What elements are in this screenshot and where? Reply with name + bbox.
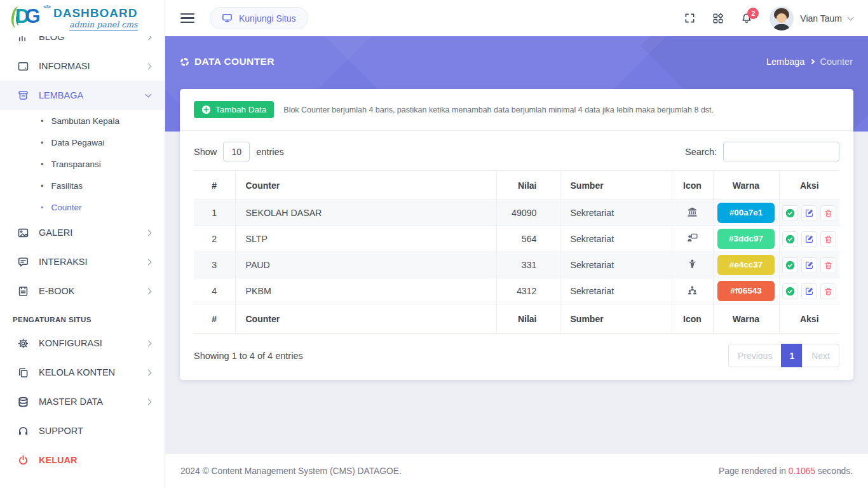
counter-value: 564 (496, 226, 560, 252)
breadcrumb: Lembaga Counter (766, 57, 853, 67)
edit-button[interactable] (801, 205, 817, 221)
color-badge[interactable]: #00a7e1 (717, 203, 775, 223)
approve-button[interactable] (782, 231, 798, 247)
page-length-select[interactable]: 10 (223, 142, 250, 161)
sidebar-item-lembaga[interactable]: LEMBAGA (0, 81, 165, 110)
edit-button[interactable] (801, 257, 817, 273)
header-counter[interactable]: Counter (235, 171, 496, 200)
sidebar-item-interaksi[interactable]: INTERAKSI (0, 247, 165, 276)
submenu-item-counter[interactable]: Counter (0, 196, 165, 218)
counter-value: 49090 (496, 200, 560, 226)
search-label: Search: (685, 147, 717, 157)
render-info: Page rendered in 0.1065 seconds. (719, 466, 853, 476)
pagination-previous[interactable]: Previous (728, 344, 782, 367)
color-badge[interactable]: #f06543 (717, 281, 775, 301)
delete-button[interactable] (820, 257, 836, 273)
chalkboard-teacher-icon (672, 226, 713, 252)
brand-name: DASHBOARD (53, 6, 138, 20)
apps-grid-icon[interactable] (712, 13, 724, 24)
delete-button[interactable] (820, 205, 836, 221)
sidebar-item-master-data[interactable]: MASTER DATA (0, 387, 165, 416)
users-group-icon (672, 278, 713, 304)
sidebar-nav: BLOG INFORMASI LEMBAGA Sambutan Kepala D… (0, 22, 165, 488)
visit-site-label: Kunjungi Situs (239, 13, 296, 24)
menu-toggle-icon[interactable] (180, 10, 194, 25)
submenu-item-data-pegawai[interactable]: Data Pegawai (0, 132, 165, 153)
sidebar-item-label: MASTER DATA (39, 396, 103, 407)
submenu-label: Sambutan Kepala (51, 116, 119, 126)
edit-button[interactable] (801, 231, 817, 247)
sidebar-item-informasi[interactable]: INFORMASI (0, 51, 165, 81)
sidebar-item-konfigurasi[interactable]: KONFIGURASI (0, 329, 165, 358)
row-number: 3 (194, 252, 235, 278)
fullscreen-icon[interactable] (684, 13, 695, 24)
chevron-right-icon (810, 59, 815, 64)
table-row: 3 PAUD 331 Sekretariat #e4cc37 (194, 252, 839, 278)
header-nilai[interactable]: Nilai (496, 171, 560, 200)
card-icon (17, 60, 29, 72)
submenu-label: Fasilitas (51, 181, 83, 191)
search-input[interactable] (723, 142, 839, 161)
child-icon (672, 252, 713, 278)
color-badge[interactable]: #e4cc37 (717, 255, 775, 275)
user-menu[interactable]: Vian Taum (770, 6, 853, 30)
header-warna[interactable]: Warna (713, 171, 779, 200)
brand-logo[interactable]: DG </> DASHBOARD admin panel cms (0, 0, 165, 36)
avatar (770, 6, 794, 30)
show-label: Show (194, 147, 217, 157)
power-icon (17, 454, 29, 466)
counter-name: PAUD (235, 252, 496, 278)
chat-icon (17, 256, 29, 268)
chevron-right-icon (146, 63, 152, 69)
sidebar-item-kelola-konten[interactable]: KELOLA KONTEN (0, 358, 165, 387)
counter-note: Blok Counter berjumlah 4 baris, pastikan… (283, 105, 714, 114)
chevron-down-icon (146, 92, 152, 98)
counter-name: PKBM (235, 278, 496, 304)
header-sumber[interactable]: Sumber (560, 171, 672, 200)
pagination-page-1[interactable]: 1 (781, 344, 803, 367)
table-row: 1 SEKOLAH DASAR 49090 Sekretariat #00a7e… (194, 200, 839, 226)
notifications-bell-icon[interactable]: 2 (741, 13, 752, 24)
chevron-right-icon (146, 340, 152, 346)
submenu-item-fasilitas[interactable]: Fasilitas (0, 175, 165, 196)
counter-name: SEKOLAH DASAR (235, 200, 496, 226)
submenu-label: Data Pegawai (51, 138, 105, 147)
entries-label: entries (256, 147, 284, 157)
sidebar-item-label: LEMBAGA (39, 90, 83, 100)
sidebar-section-label: PENGATURAN SITUS (0, 306, 165, 329)
table-row: 2 SLTP 564 Sekretariat #3ddc97 (194, 226, 839, 252)
submenu-item-sambutan-kepala[interactable]: Sambutan Kepala (0, 110, 165, 132)
visit-site-button[interactable]: Kunjungi Situs (210, 7, 308, 29)
submenu-item-transparansi[interactable]: Transparansi (0, 153, 165, 175)
counter-source: Sekretariat (560, 200, 672, 226)
delete-button[interactable] (820, 231, 836, 247)
chevron-down-icon (848, 14, 854, 20)
sidebar-item-keluar[interactable]: KELUAR (0, 445, 165, 475)
pagination-next[interactable]: Next (802, 344, 839, 367)
sidebar-item-label: E-BOOK (39, 286, 74, 296)
chevron-right-icon (146, 288, 152, 294)
delete-button[interactable] (820, 283, 836, 299)
notification-count-badge: 2 (747, 8, 759, 19)
chevron-right-icon (146, 229, 152, 236)
breadcrumb-parent[interactable]: Lembaga (766, 57, 804, 67)
header-num[interactable]: # (194, 171, 235, 200)
sidebar-item-support[interactable]: SUPPORT (0, 416, 165, 445)
edit-button[interactable] (801, 283, 817, 299)
header-aksi[interactable]: Aksi (779, 171, 839, 200)
sidebar-item-ebook[interactable]: E-BOOK (0, 276, 165, 306)
sidebar-item-galeri[interactable]: GALERI (0, 218, 165, 247)
row-number: 2 (194, 226, 235, 252)
header-icon[interactable]: Icon (672, 171, 713, 200)
approve-button[interactable] (782, 257, 798, 273)
sidebar-item-label: KELUAR (39, 455, 77, 465)
approve-button[interactable] (782, 205, 798, 221)
submenu-label: Transparansi (51, 159, 101, 169)
color-badge[interactable]: #3ddc97 (717, 229, 775, 249)
counter-value: 4312 (496, 278, 560, 304)
sidebar-item-label: KONFIGURASI (39, 338, 102, 348)
data-counter-card: Tambah Data Blok Counter berjumlah 4 bar… (180, 89, 853, 380)
chevron-right-icon (146, 369, 152, 376)
add-data-button[interactable]: Tambah Data (194, 101, 274, 118)
approve-button[interactable] (782, 283, 798, 299)
